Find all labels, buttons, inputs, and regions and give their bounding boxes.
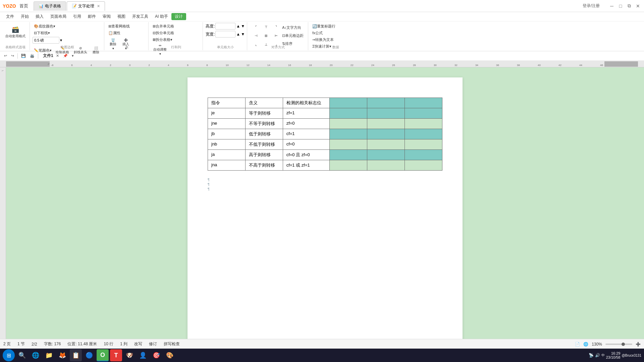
delete-button[interactable]: 🗑️ 删除 ▾	[107, 38, 119, 51]
line-width-dropdown[interactable]: ▾	[60, 38, 62, 43]
cell-margin-button[interactable]: ⊡ 单元格边距	[281, 32, 305, 39]
menu-review[interactable]: 审阅	[99, 13, 114, 20]
split-table-dropdown[interactable]: ▾	[170, 38, 172, 42]
border-button[interactable]: ⊟ 下框线 ▾	[33, 29, 51, 36]
status-bar: 2 页 1 节 2/2 字数: 176 位置: 11.48 厘米 10 行 1 …	[0, 339, 644, 349]
minimize-button[interactable]: ─	[608, 3, 615, 9]
tray-keyboard[interactable]: 中	[601, 353, 605, 358]
show-gridlines-button[interactable]: ⊞ 查看网格线	[107, 23, 131, 29]
repeat-header-button[interactable]: 🔄 重复标题行	[311, 23, 337, 29]
taskbar-firefox[interactable]: 🦊	[56, 349, 68, 361]
diagonal-icon: ⊘	[79, 46, 82, 50]
properties-button[interactable]: 📋 属性	[107, 29, 122, 36]
width-spinner-down[interactable]: ▼	[241, 32, 245, 37]
taskbar-explorer[interactable]: 📁	[43, 349, 55, 361]
zoom-slider[interactable]	[605, 344, 632, 345]
erase-button[interactable]: ⬜ 擦除	[90, 44, 102, 57]
home-button[interactable]: 首页	[19, 3, 28, 9]
height-spinner-down[interactable]: ▼	[241, 24, 245, 28]
text-direction-button[interactable]: A↕ 文字方向	[281, 24, 305, 31]
menu-file[interactable]: 文件	[3, 13, 17, 20]
zoom-in-button[interactable]: ➕	[636, 342, 641, 347]
redo-button[interactable]: ↪	[10, 53, 15, 58]
formula-button[interactable]: fx 公式	[311, 29, 324, 36]
view-normal-icon[interactable]: 📄	[575, 342, 580, 347]
tab-spreadsheet[interactable]: 📊 电子表格	[34, 1, 66, 11]
menu-ai[interactable]: AI 助手	[152, 13, 171, 20]
close-tab-button[interactable]: ✕	[97, 4, 100, 8]
merge-cells-button[interactable]: ⊞ 合并单元格	[151, 23, 175, 29]
start-button[interactable]: ⊞	[3, 349, 15, 361]
tab-wordprocessor[interactable]: 📝 文字处理 ✕	[67, 1, 105, 11]
taskbar-office[interactable]: O	[97, 349, 109, 361]
taskbar-target[interactable]: 🎯	[150, 349, 162, 361]
pen-color-dropdown[interactable]: ▾	[50, 48, 52, 53]
undo-button[interactable]: ↩	[3, 53, 8, 58]
row-jne-col4	[330, 119, 367, 129]
auto-adjust-button[interactable]: ⇔ 自动调整 ▾	[151, 43, 169, 56]
menu-mail[interactable]: 邮件	[85, 13, 99, 20]
taskbar-paint[interactable]: 🎨	[164, 349, 176, 361]
row-jb-col1: jb	[208, 129, 246, 139]
auto-format-button[interactable]: 🗃️ 自动套用格式	[3, 23, 28, 42]
auto-adjust-dropdown[interactable]: ▾	[159, 52, 161, 56]
ruler-content: -864202468101214161820222426283032343638…	[50, 61, 604, 67]
close-button[interactable]: ✕	[635, 3, 641, 9]
taskbar-text[interactable]: T	[110, 349, 122, 361]
tab-marker[interactable]: ⌐	[48, 62, 50, 66]
view-web-icon[interactable]: 🌐	[583, 342, 588, 347]
merge-icon: ⊞	[153, 24, 156, 28]
erase-icon: ⬜	[94, 46, 98, 50]
spellcheck[interactable]: 拼写检查	[164, 341, 180, 347]
taskbar-notes[interactable]: 📋	[70, 349, 82, 361]
menu-design[interactable]: 设计	[171, 13, 186, 20]
save-button[interactable]: 💾	[20, 53, 27, 58]
taskbar-yozo[interactable]: 🔵	[83, 349, 95, 361]
menu-pagelayout[interactable]: 页面布局	[47, 13, 70, 20]
delete-dropdown[interactable]: ▾	[112, 47, 114, 50]
width-spinner-up[interactable]: ▲	[236, 32, 240, 37]
menu-start[interactable]: 开始	[17, 13, 32, 20]
convert-text-button[interactable]: ⇒ 转换为文本	[311, 36, 335, 43]
header-col5	[367, 98, 405, 108]
align-mr[interactable]: ⊢	[270, 32, 282, 40]
login-button[interactable]: 登录/注册	[583, 3, 600, 9]
align-tr[interactable]: ⌝	[270, 23, 282, 31]
dropdown-arrow[interactable]: ▾	[53, 24, 55, 28]
menu-devtools[interactable]: 开发工具	[129, 13, 152, 20]
quick-calc-dropdown[interactable]: ▾	[329, 44, 331, 49]
taskbar-dog[interactable]: 🐶	[123, 349, 136, 361]
border-dropdown[interactable]: ▾	[48, 31, 50, 35]
pen-color-button[interactable]: ✏️ 笔颜色 ▾	[33, 47, 53, 54]
maximize-button[interactable]: □	[617, 3, 624, 9]
row-ja-col2: 高于则转移	[245, 150, 283, 160]
menu-insert[interactable]: 插入	[32, 13, 47, 20]
document-area[interactable]: 指令 含义 检测的相关标志位	[6, 67, 644, 339]
page-count: 2 页	[3, 341, 11, 347]
row-je-col5	[367, 108, 405, 119]
auto-format-icon: 🗃️	[12, 26, 19, 33]
split-table-button[interactable]: ⊠ 拆分表格 ▾	[151, 36, 174, 43]
tray-volume[interactable]: 🔊	[595, 353, 600, 358]
menu-ref[interactable]: 引用	[70, 13, 85, 20]
split-cells-button[interactable]: ⊟ 拆分单元格	[151, 29, 175, 36]
zoom-thumb[interactable]	[622, 343, 625, 346]
diagonal-header-button[interactable]: ⊘ 斜线表头	[72, 44, 89, 57]
bg-color-button[interactable]: 🎨 底纹颜色 ▾	[33, 23, 57, 29]
window-controls: 登录/注册 ─ □ ⧉ ✕	[583, 3, 641, 9]
line-width-input[interactable]	[33, 37, 59, 44]
height-input[interactable]	[215, 23, 235, 29]
quick-calc-button[interactable]: Σ 快速计算 ▾	[311, 43, 333, 50]
taskbar-user[interactable]: 👤	[137, 349, 149, 361]
overwrite-mode[interactable]: 改写	[134, 341, 142, 347]
track-changes[interactable]: 修订	[149, 341, 157, 347]
menu-view[interactable]: 视图	[114, 13, 129, 20]
taskbar-edge[interactable]: 🌐	[30, 349, 42, 361]
taskbar-clock[interactable]: 16:29 23/10/58	[606, 351, 621, 359]
height-spinner-up[interactable]: ▲	[236, 24, 240, 28]
tray-network[interactable]: 📡	[589, 353, 594, 358]
taskbar-search[interactable]: 🔍	[16, 349, 28, 361]
data-row1: 🔄 重复标题行	[311, 23, 337, 29]
width-input[interactable]	[215, 31, 235, 38]
restore-button[interactable]: ⧉	[626, 3, 633, 9]
